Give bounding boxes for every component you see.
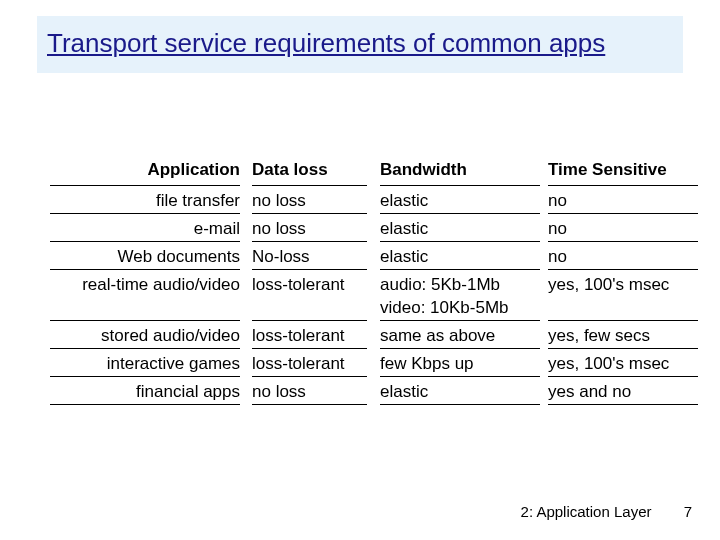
table-cell: loss-tolerant	[252, 273, 367, 296]
table-cell: yes, 100's msec	[548, 273, 698, 296]
table-cell: same as above	[380, 324, 540, 347]
hdr-data-loss: Data loss	[252, 160, 367, 184]
hdr-time-sensitive: Time Sensitive	[548, 160, 698, 184]
col-bandwidth: Bandwidth elastic elastic elastic audio:…	[380, 160, 540, 408]
table-cell: no	[548, 245, 698, 268]
table-cell: elastic	[380, 217, 540, 240]
table-cell: Web documents	[30, 245, 240, 268]
table-cell: loss-tolerant	[252, 352, 367, 375]
table-cell: audio: 5Kb-1Mb	[380, 273, 540, 296]
table-cell: elastic	[380, 380, 540, 403]
footer-chapter: 2: Application Layer	[521, 503, 652, 520]
col-application: Application file transfer e-mail Web doc…	[30, 160, 240, 408]
table-cell: no	[548, 189, 698, 212]
col-time-sensitive: Time Sensitive no no no yes, 100's msec …	[548, 160, 698, 408]
table-cell: few Kbps up	[380, 352, 540, 375]
table-cell: e-mail	[30, 217, 240, 240]
hdr-bandwidth: Bandwidth	[380, 160, 540, 184]
table-cell: yes and no	[548, 380, 698, 403]
table-cell: file transfer	[30, 189, 240, 212]
table-cell: real-time audio/video	[30, 273, 240, 296]
table-cell: no loss	[252, 380, 367, 403]
table-cell: No-loss	[252, 245, 367, 268]
table-cell: yes, few secs	[548, 324, 698, 347]
title-band: Transport service requirements of common…	[37, 16, 683, 73]
slide-footer: 2: Application Layer 7	[521, 503, 692, 520]
slide-title: Transport service requirements of common…	[37, 28, 683, 59]
table-cell: elastic	[380, 189, 540, 212]
table-cell: video: 10Kb-5Mb	[380, 296, 540, 319]
table-cell: elastic	[380, 245, 540, 268]
table-cell: no	[548, 217, 698, 240]
table-cell: financial apps	[30, 380, 240, 403]
table-cell: yes, 100's msec	[548, 352, 698, 375]
table-cell: loss-tolerant	[252, 324, 367, 347]
table-cell: no loss	[252, 217, 367, 240]
table-cell: interactive games	[30, 352, 240, 375]
table-cell: stored audio/video	[30, 324, 240, 347]
hdr-application: Application	[30, 160, 240, 184]
col-data-loss: Data loss no loss no loss No-loss loss-t…	[252, 160, 367, 408]
footer-page-number: 7	[684, 503, 692, 520]
table-cell: no loss	[252, 189, 367, 212]
